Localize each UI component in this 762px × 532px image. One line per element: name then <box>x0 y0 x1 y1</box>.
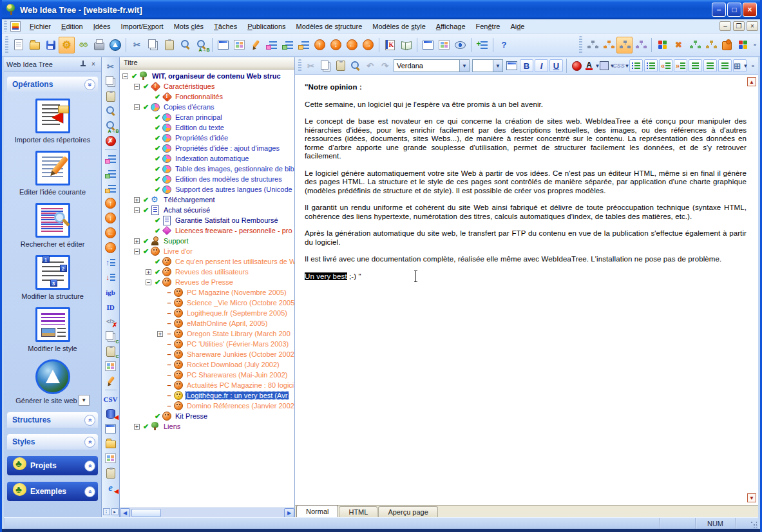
scroll-left-icon[interactable]: ◀ <box>120 508 130 518</box>
options-gears-button[interactable]: ⚙⚙ <box>75 37 91 53</box>
move-left-button[interactable]: ← <box>344 37 360 53</box>
expander-plus-icon[interactable]: + <box>134 238 140 244</box>
menu-fichier[interactable]: Fichier <box>24 21 56 32</box>
expander-minus-icon[interactable]: − <box>134 104 140 110</box>
expander-plus-icon[interactable]: + <box>146 269 151 275</box>
italic-button[interactable]: I <box>535 59 548 72</box>
structure-template-2-button[interactable] <box>600 37 616 53</box>
menu-edition[interactable]: Edition <box>56 21 88 32</box>
style-puzzle-button[interactable] <box>719 37 735 53</box>
style-template-2-button[interactable] <box>703 37 719 53</box>
maximize-button[interactable]: □ <box>727 3 741 17</box>
idea-id-button[interactable]: ID <box>102 299 119 314</box>
menu-publications[interactable]: Publications <box>242 21 291 32</box>
expander-plus-icon[interactable]: + <box>134 197 140 203</box>
insert-table-button[interactable]: ⊞▼ <box>733 59 747 72</box>
structure-template-1-button[interactable] <box>584 37 600 53</box>
scroll-up-icon[interactable]: ▲ <box>747 77 756 86</box>
add-idea-button[interactable] <box>474 37 490 53</box>
toolbar-grip[interactable] <box>5 36 8 54</box>
generate-site-button[interactable] <box>107 37 123 53</box>
sidebar-item-editer-l-id-e-courante[interactable]: Editer l'idée courante <box>7 151 98 197</box>
numbered-list-button[interactable] <box>629 59 643 72</box>
new-document-button[interactable] <box>10 37 26 53</box>
underline-button[interactable]: U <box>549 59 563 72</box>
tree-item[interactable]: ✔Table des images, gestionnaire de bib <box>120 164 294 174</box>
chevron-up-icon[interactable]: » <box>84 415 95 426</box>
publications-button[interactable] <box>436 37 452 53</box>
align-left-button[interactable] <box>689 59 702 72</box>
search-button[interactable] <box>348 59 363 73</box>
sort-descending-button[interactable]: ↓ <box>102 270 119 285</box>
paste-button[interactable] <box>333 59 348 73</box>
print-button[interactable] <box>91 37 107 53</box>
menubar-grip[interactable] <box>4 21 7 32</box>
insert-idea-end-button[interactable] <box>102 181 119 196</box>
mdi-minimize-button[interactable]: – <box>719 21 731 31</box>
menu-import-export[interactable]: Import/Export <box>116 21 169 32</box>
insert-idea-child-button[interactable] <box>102 166 119 181</box>
tree-item[interactable]: −✔Caractéristiques <box>120 81 294 91</box>
edit-idea-button[interactable] <box>102 374 119 388</box>
move-left-button[interactable]: ← <box>102 225 119 240</box>
search-button[interactable] <box>102 104 119 119</box>
structure-template-4-button[interactable] <box>633 37 649 53</box>
css-style-button[interactable]: CSS▼ <box>614 59 629 73</box>
toolbar-overflow-button[interactable]: » <box>751 42 759 48</box>
style-template-1-button[interactable] <box>687 37 703 53</box>
tab-normal[interactable]: Normal <box>296 505 338 517</box>
cut-button[interactable]: ✂ <box>303 59 318 73</box>
insert-idea-sibling-button[interactable] <box>102 151 119 166</box>
tree-item[interactable]: +–Oregon State Library (March 200 <box>120 328 294 339</box>
tree-item[interactable]: +✔Revues des utilisateurs <box>120 267 294 277</box>
tree-item[interactable]: ✔Propriétés d'idée : ajout d'images <box>120 143 294 153</box>
section-header-structures[interactable]: Structures» <box>7 412 98 428</box>
copy-button[interactable] <box>102 74 119 89</box>
expander-minus-icon[interactable]: − <box>134 207 140 213</box>
tree-item[interactable]: –Science _Vie Micro (Octobre 2005) <box>120 298 294 308</box>
move-right-button[interactable]: → <box>360 37 376 53</box>
tree-item[interactable]: –Domino Références (Janvier 2002 <box>120 401 294 411</box>
editor-content[interactable]: ▲ ▼ "Notre opinion :Cette semaine, un lo… <box>295 75 758 505</box>
copy-button[interactable] <box>318 59 333 73</box>
export-ie-button[interactable]: e <box>102 480 119 495</box>
menu-affichage[interactable]: Affichage <box>431 21 471 32</box>
tree-item[interactable]: –PC Magazine (Novembre 2005) <box>120 287 294 298</box>
sort-ascending-button[interactable]: ↑ <box>102 255 119 270</box>
chevron-down-icon[interactable]: ▼ <box>79 395 90 406</box>
remove-html-button[interactable]: </> <box>102 314 119 329</box>
tree-item[interactable]: –Shareware Junkies (October 2002 <box>120 349 294 359</box>
expander-plus-icon[interactable]: + <box>134 424 140 430</box>
tree-item[interactable]: –Logitheque.fr (Septembre 2005) <box>120 308 294 318</box>
menu-mod-les-de-style[interactable]: Modèles de style <box>367 21 431 32</box>
sidebar-item-modifier-la-structure[interactable]: Modifier la structure <box>7 255 98 301</box>
structure-template-3-button[interactable] <box>616 37 633 53</box>
sidebar-item-importer-des-r-pertoires[interactable]: Importer des répertoires <box>7 99 98 145</box>
menu-mots-cl-s[interactable]: Mots clés <box>169 21 209 32</box>
style-windows-button[interactable] <box>654 37 671 53</box>
help-button[interactable]: ? <box>496 37 512 53</box>
move-down-button[interactable]: ↓ <box>328 37 344 53</box>
menu-t-ches[interactable]: Tâches <box>209 21 242 32</box>
save-button[interactable] <box>43 37 59 53</box>
tree-item[interactable]: ✔Licences freeware - personnelle - pro <box>120 225 294 236</box>
section-header-projets[interactable]: Projets» <box>7 456 98 475</box>
document-icon[interactable] <box>10 21 21 32</box>
tree-item[interactable]: ✔Propriétés d'idée <box>120 133 294 143</box>
tree-item[interactable]: ✔Edition du texte <box>120 122 294 133</box>
border-color-button[interactable]: ▼ <box>599 59 614 73</box>
tab-html[interactable]: HTML <box>339 506 377 517</box>
scroll-right-icon[interactable]: ▶ <box>284 508 294 518</box>
tree-item[interactable]: ✔Edition des modèles de structures <box>120 174 294 184</box>
move-right-button[interactable]: → <box>102 240 119 255</box>
move-up-button[interactable]: ↑ <box>312 37 328 53</box>
export-screen-button[interactable] <box>102 421 119 436</box>
move-down-button[interactable]: ↓ <box>102 211 119 225</box>
expander-minus-icon[interactable]: − <box>134 84 140 90</box>
redo-button[interactable]: ↷ <box>377 59 392 73</box>
export-tiles-button[interactable] <box>102 451 119 466</box>
tree-item[interactable]: ✔Fonctionnalités <box>120 91 294 102</box>
indent-button[interactable]: » <box>674 59 687 72</box>
tree-item[interactable]: ✔Support des autres langues (Unicode <box>120 184 294 195</box>
toolbar-grip-2[interactable] <box>579 36 582 54</box>
